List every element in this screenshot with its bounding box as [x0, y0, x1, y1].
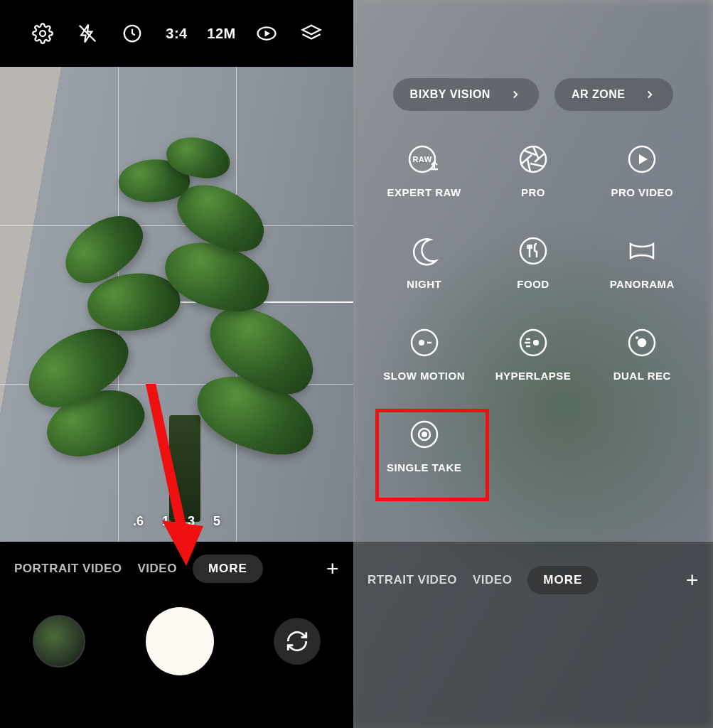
mode-row[interactable]: RTRAIT VIDEO VIDEO MORE +	[353, 566, 713, 594]
settings-button[interactable]	[20, 23, 65, 44]
mode-row[interactable]: PORTRAIT VIDEO VIDEO MORE +	[0, 555, 353, 583]
zoom-level[interactable]: 5	[213, 514, 220, 529]
svg-point-0	[40, 31, 45, 36]
mode-label: HYPERLAPSE	[495, 370, 572, 382]
flash-button[interactable]	[65, 23, 109, 44]
mode-label: EXPERT RAW	[387, 186, 461, 198]
zoom-level[interactable]: .6	[133, 514, 144, 529]
mode-night[interactable]: NIGHT	[373, 234, 475, 290]
timer-button[interactable]	[109, 23, 154, 44]
aspect-ratio-label: 3:4	[166, 26, 187, 42]
mode-label: PANORAMA	[610, 278, 675, 290]
expert-raw-icon: RAW	[407, 142, 441, 176]
mode-label: FOOD	[517, 278, 549, 290]
camera-screen-more: BIXBY VISION AR ZONE RAW EXPERT RAW PRO …	[353, 0, 713, 728]
mode-single-take[interactable]: SINGLE TAKE	[373, 417, 475, 473]
mode-panorama[interactable]: PANORAMA	[591, 234, 693, 290]
add-mode-button[interactable]: +	[686, 568, 699, 592]
mode-video[interactable]: VIDEO	[473, 573, 512, 587]
mode-expert-raw[interactable]: RAW EXPERT RAW	[373, 142, 475, 198]
svg-point-30	[422, 432, 427, 437]
flash-off-icon	[77, 23, 98, 44]
top-pills: BIXBY VISION AR ZONE	[353, 78, 713, 111]
flip-camera-icon	[285, 629, 309, 653]
bottom-bar: PORTRAIT VIDEO VIDEO MORE +	[0, 542, 353, 728]
pro-video-icon	[625, 142, 659, 176]
mode-food[interactable]: FOOD	[482, 234, 584, 290]
motion-photo-icon	[256, 23, 277, 44]
resolution-button[interactable]: 12M	[199, 26, 244, 42]
svg-point-20	[533, 340, 539, 346]
mode-hyperlapse[interactable]: HYPERLAPSE	[482, 326, 584, 382]
mode-label: DUAL REC	[613, 370, 671, 382]
chevron-right-icon	[509, 88, 522, 101]
slow-motion-icon	[407, 326, 441, 360]
svg-marker-13	[639, 154, 648, 164]
mode-dual-rec[interactable]: DUAL REC	[591, 326, 693, 382]
add-mode-button[interactable]: +	[326, 557, 339, 581]
aperture-icon	[516, 142, 550, 176]
mode-portrait-video[interactable]: PORTRAIT VIDEO	[14, 562, 122, 576]
bixby-vision-button[interactable]: BIXBY VISION	[393, 78, 539, 111]
dual-rec-icon	[625, 326, 659, 360]
flip-camera-button[interactable]	[274, 618, 321, 665]
svg-point-27	[636, 336, 638, 339]
bixby-vision-label: BIXBY VISION	[410, 88, 490, 101]
zoom-level[interactable]: 1	[162, 514, 169, 529]
mode-label: PRO VIDEO	[611, 186, 673, 198]
motion-photo-button[interactable]	[244, 23, 289, 44]
hyperlapse-icon	[516, 326, 550, 360]
single-take-icon	[407, 417, 441, 451]
viewfinder[interactable]: .6 1 3 5	[0, 67, 353, 542]
top-toolbar: 3:4 12M	[0, 0, 353, 67]
mode-label: NIGHT	[407, 278, 441, 290]
filters-button[interactable]	[289, 23, 333, 44]
moon-icon	[407, 234, 441, 268]
svg-point-11	[520, 146, 546, 172]
chevron-right-icon	[643, 88, 656, 101]
mode-label: SINGLE TAKE	[387, 461, 461, 473]
zoom-selector[interactable]: .6 1 3 5	[0, 514, 353, 529]
mode-pro-video[interactable]: PRO VIDEO	[591, 142, 693, 198]
ar-zone-label: AR ZONE	[572, 88, 626, 101]
mode-more[interactable]: MORE	[527, 566, 598, 594]
resolution-label: 12M	[207, 26, 235, 42]
viewfinder-subject	[64, 138, 306, 522]
layers-icon	[301, 23, 322, 44]
mode-pro[interactable]: PRO	[482, 142, 584, 198]
svg-text:RAW: RAW	[412, 155, 431, 164]
mode-portrait-video[interactable]: RTRAIT VIDEO	[368, 573, 457, 587]
zoom-level[interactable]: 3	[188, 514, 195, 529]
food-icon	[516, 234, 550, 268]
svg-point-14	[520, 238, 546, 264]
mode-label: PRO	[521, 186, 545, 198]
timer-icon	[122, 23, 143, 44]
shutter-button[interactable]	[146, 607, 214, 675]
mode-more[interactable]: MORE	[193, 555, 263, 583]
gallery-thumbnail[interactable]	[33, 615, 85, 668]
mode-label: SLOW MOTION	[383, 370, 465, 382]
svg-point-18	[419, 340, 424, 346]
mode-slow-motion[interactable]: SLOW MOTION	[373, 326, 475, 382]
panorama-icon	[625, 234, 659, 268]
gear-icon	[32, 23, 53, 44]
mode-video[interactable]: VIDEO	[138, 562, 177, 576]
svg-marker-4	[264, 31, 270, 37]
shutter-controls	[0, 583, 353, 675]
ar-zone-button[interactable]: AR ZONE	[554, 78, 674, 111]
more-modes-grid: RAW EXPERT RAW PRO PRO VIDEO NIGHT FOOD …	[353, 142, 713, 473]
svg-marker-5	[302, 26, 320, 35]
camera-screen-main: 3:4 12M .6	[0, 0, 353, 728]
aspect-ratio-button[interactable]: 3:4	[154, 26, 199, 42]
